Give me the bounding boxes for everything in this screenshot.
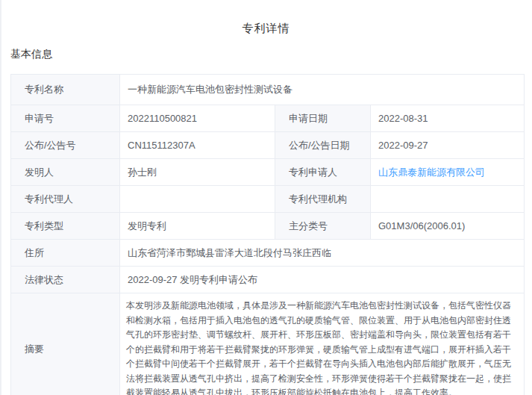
- field-value-applicant: 山东鼎泰新能源有限公司: [371, 159, 525, 186]
- row-type-classification: 专利类型 发明专利 主分类号 G01M3/06(2006.01): [11, 213, 525, 240]
- field-label-address: 住所: [11, 240, 120, 267]
- field-label-publication-number: 公布/公告号: [11, 132, 120, 159]
- patent-info-table: 专利名称 一种新能源汽车电池包密封性测试设备 申请号 2022110500821…: [10, 74, 525, 395]
- field-label-agency: 专利代理机构: [275, 186, 371, 213]
- field-value-legal-status: 2022-09-27 发明专利申请公布: [120, 267, 525, 293]
- field-value-publication-date: 2022-09-27: [371, 132, 525, 159]
- field-value-abstract: 本发明涉及新能源电池领域，具体是涉及一种新能源汽车电池包密封性测试设备，包括气密…: [120, 293, 525, 395]
- field-label-main-classification: 主分类号: [275, 213, 371, 240]
- row-legal-status: 法律状态 2022-09-27 发明专利申请公布: [11, 267, 525, 293]
- section-title-basic-info: 基本信息: [10, 48, 532, 61]
- field-value-agent: [120, 186, 275, 213]
- field-value-publication-number: CN115112307A: [120, 132, 275, 159]
- row-abstract: 摘要 本发明涉及新能源电池领域，具体是涉及一种新能源汽车电池包密封性测试设备，包…: [11, 293, 525, 395]
- field-value-patent-name: 一种新能源汽车电池包密封性测试设备: [120, 75, 525, 105]
- field-label-abstract: 摘要: [11, 293, 120, 395]
- applicant-link[interactable]: 山东鼎泰新能源有限公司: [378, 167, 485, 178]
- field-value-address: 山东省菏泽市鄄城县雷泽大道北段付马张庄西临: [120, 240, 525, 267]
- row-agent-agency: 专利代理人 专利代理机构: [11, 186, 525, 213]
- row-patent-name: 专利名称 一种新能源汽车电池包密封性测试设备: [11, 75, 525, 105]
- field-label-applicant: 专利申请人: [275, 159, 371, 186]
- field-label-inventor: 发明人: [11, 159, 120, 186]
- field-label-agent: 专利代理人: [11, 186, 120, 213]
- field-value-inventor: 孙士刚: [120, 159, 275, 186]
- field-value-main-classification: G01M3/06(2006.01): [371, 213, 525, 240]
- field-label-application-date: 申请日期: [275, 105, 371, 132]
- row-publication: 公布/公告号 CN115112307A 公布/公告日期 2022-09-27: [11, 132, 525, 159]
- page-title: 专利详情: [0, 0, 532, 36]
- field-value-application-date: 2022-08-31: [371, 105, 525, 132]
- field-label-patent-name: 专利名称: [11, 75, 120, 105]
- page-left-edge: [0, 0, 1, 395]
- row-inventor-applicant: 发明人 孙士刚 专利申请人 山东鼎泰新能源有限公司: [11, 159, 525, 186]
- field-label-publication-date: 公布/公告日期: [275, 132, 371, 159]
- field-label-legal-status: 法律状态: [11, 267, 120, 293]
- field-value-patent-type: 发明专利: [120, 213, 275, 240]
- field-label-patent-type: 专利类型: [11, 213, 120, 240]
- field-value-agency: [371, 186, 525, 213]
- field-label-application-number: 申请号: [11, 105, 120, 132]
- field-value-application-number: 2022110500821: [120, 105, 275, 132]
- row-application: 申请号 2022110500821 申请日期 2022-08-31: [11, 105, 525, 132]
- patent-detail-page: { "page": { "title": "专利详情" }, "section"…: [0, 0, 532, 395]
- row-address: 住所 山东省菏泽市鄄城县雷泽大道北段付马张庄西临: [11, 240, 525, 267]
